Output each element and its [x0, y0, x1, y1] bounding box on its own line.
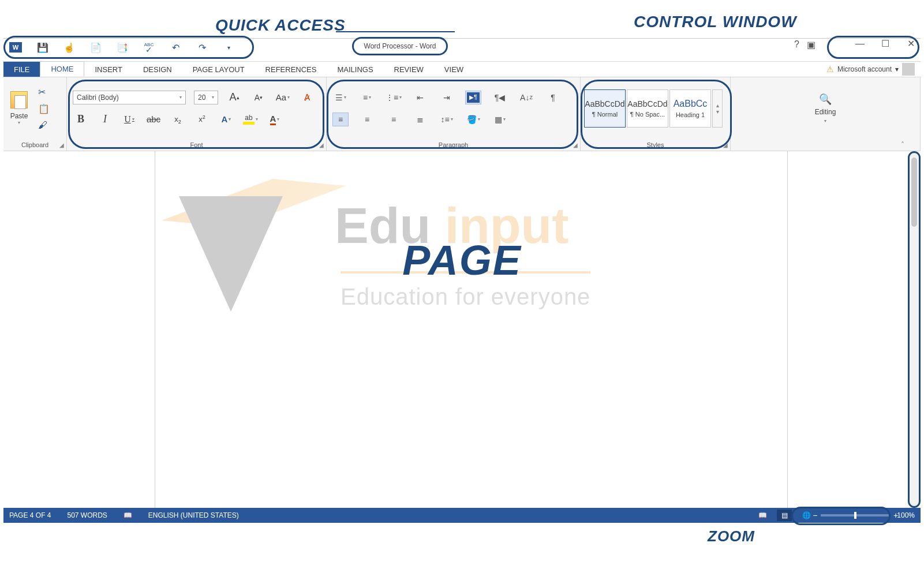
close-icon[interactable]: ✕ — [906, 38, 916, 49]
save-icon[interactable]: 💾 — [37, 42, 48, 53]
copy-icon[interactable]: 📋 — [38, 103, 50, 114]
minimize-icon[interactable]: — — [855, 39, 865, 49]
touch-mode-icon[interactable]: ☝ — [63, 42, 75, 53]
maximize-icon[interactable]: ☐ — [880, 38, 891, 49]
window-title: Word Processor - Word — [352, 37, 448, 55]
annotation-quick-access: QUICK ACCESS — [215, 16, 346, 35]
editing-label: Editing — [815, 108, 836, 116]
tab-home[interactable]: HOME — [40, 61, 84, 77]
annotation-page: PAGE — [402, 237, 522, 284]
zoom-slider[interactable] — [821, 514, 890, 516]
annotation-capsule-font — [68, 80, 324, 149]
tab-mailings[interactable]: MAILINGS — [327, 62, 383, 77]
word-icon[interactable]: W — [9, 42, 22, 53]
dialog-launcher-icon[interactable]: ◢ — [59, 142, 64, 148]
clipboard-icon — [10, 91, 28, 108]
quick-access-toolbar: W 💾 ☝ 📄 📑 ABC✓ ↶ ↷ ▾ — [9, 40, 234, 54]
chevron-down-icon: ▾ — [18, 120, 20, 125]
format-painter-icon[interactable]: 🖌 — [38, 120, 50, 130]
quick-print-icon[interactable]: 📑 — [117, 42, 128, 53]
proofing-icon[interactable]: 📖 — [124, 511, 132, 519]
tab-file[interactable]: FILE — [3, 62, 40, 77]
chevron-down-icon: ▾ — [895, 65, 899, 73]
status-bar: PAGE 4 OF 4 507 WORDS 📖 ENGLISH (UNITED … — [3, 508, 921, 523]
help-icon[interactable]: ? — [794, 39, 799, 50]
print-layout-icon[interactable]: ▤ — [777, 510, 792, 521]
warning-icon: ⚠ — [826, 65, 834, 74]
cut-icon[interactable]: ✂ — [38, 87, 50, 98]
tab-review[interactable]: REVIEW — [384, 62, 434, 77]
tab-design[interactable]: DESIGN — [133, 62, 182, 77]
editing-button[interactable]: 🔍 Editing ▾ — [731, 93, 920, 123]
document-area — [3, 151, 921, 508]
annotation-capsule-paragraph — [327, 80, 578, 149]
annotation-capsule-styles — [581, 80, 732, 149]
account-label: Microsoft account — [837, 65, 892, 73]
group-caption-clipboard: Clipboard — [21, 141, 48, 148]
tab-insert[interactable]: INSERT — [84, 62, 132, 77]
avatar — [902, 63, 915, 76]
annotation-line — [336, 31, 455, 32]
undo-icon[interactable]: ↶ — [170, 42, 181, 53]
status-language[interactable]: ENGLISH (UNITED STATES) — [148, 511, 239, 519]
status-page[interactable]: PAGE 4 OF 4 — [9, 511, 51, 519]
account-menu[interactable]: ⚠ Microsoft account ▾ — [826, 62, 921, 77]
tab-references[interactable]: REFERENCES — [255, 62, 327, 77]
collapse-ribbon-icon[interactable]: ˄ — [901, 141, 904, 149]
web-layout-icon[interactable]: 🌐 — [799, 510, 814, 521]
zoom-slider-thumb[interactable] — [854, 512, 856, 519]
annotation-zoom: ZOOM — [708, 527, 755, 545]
status-words[interactable]: 507 WORDS — [67, 511, 107, 519]
ribbon-tabs: FILE HOME INSERT DESIGN PAGE LAYOUT REFE… — [3, 61, 921, 77]
customize-qat-icon[interactable]: ▾ — [223, 42, 234, 53]
spelling-icon[interactable]: ABC✓ — [143, 42, 155, 53]
tab-page-layout[interactable]: PAGE LAYOUT — [182, 62, 255, 77]
group-clipboard: Paste ▾ ✂ 📋 🖌 Clipboard◢ — [3, 77, 67, 151]
paste-button[interactable]: Paste ▾ — [3, 91, 35, 125]
find-icon: 🔍 — [819, 93, 832, 106]
redo-icon[interactable]: ↷ — [196, 42, 208, 53]
read-mode-icon[interactable]: 📖 — [755, 510, 770, 521]
document-page[interactable] — [155, 151, 788, 508]
scrollbar-thumb[interactable] — [911, 158, 917, 227]
chevron-down-icon: ▾ — [824, 118, 826, 123]
zoom-level[interactable]: 100% — [897, 511, 915, 519]
annotation-control-window: CONTROL WINDOW — [634, 13, 797, 31]
window-controls: — ☐ ✕ — [855, 38, 916, 49]
tab-view[interactable]: VIEW — [434, 62, 474, 77]
group-editing: 🔍 Editing ▾ — [731, 77, 921, 151]
paste-label: Paste — [10, 112, 28, 120]
new-doc-icon[interactable]: 📄 — [90, 42, 102, 53]
vertical-scrollbar[interactable] — [908, 151, 921, 508]
ribbon-display-icon[interactable]: ▣ — [807, 39, 815, 50]
